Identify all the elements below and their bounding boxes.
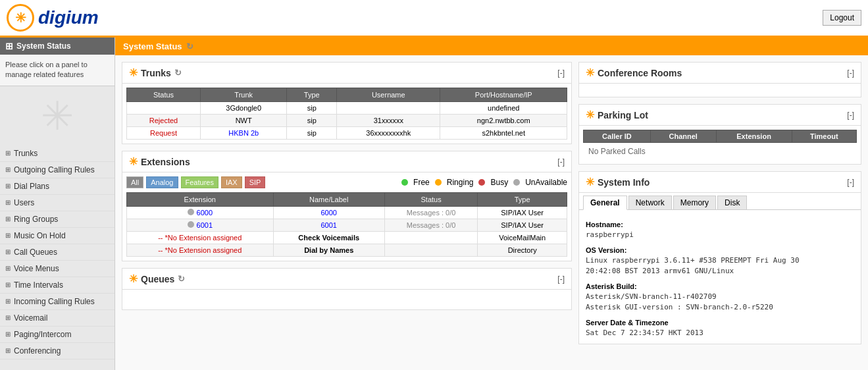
- filter-analog-btn[interactable]: Analog: [146, 176, 178, 188]
- trunks-collapse-btn[interactable]: [-]: [557, 68, 565, 78]
- sysinfo-general-content: Hostname: raspberrypi OS Version: Linux …: [579, 210, 861, 344]
- extensions-collapse-btn[interactable]: [-]: [557, 157, 565, 167]
- logo-text: digium: [38, 7, 99, 28]
- system-info-panel: ✳ System Info [-] General Network Memory…: [578, 171, 861, 344]
- sidebar-item-outgoing-calling-rules[interactable]: ⊞Outgoing Calling Rules: [0, 162, 115, 178]
- col-type: Type: [287, 88, 337, 102]
- filter-iax-btn[interactable]: IAX: [221, 176, 242, 188]
- sidebar-item-time-intervals[interactable]: ⊞Time Intervals: [0, 277, 115, 294]
- sysinfo-title-text: System Info: [598, 177, 650, 188]
- table-row: 3Gdongle0 sip undefined: [127, 102, 567, 115]
- nav-grid-icon: ⊞: [5, 199, 11, 206]
- trunks-asterisk-icon: ✳: [129, 66, 138, 79]
- trunks-panel-title[interactable]: ✳ Trunks ↻: [129, 66, 182, 79]
- queues-panel-title[interactable]: ✳ Queues ↻: [129, 273, 185, 285]
- queues-collapse-btn[interactable]: [-]: [557, 275, 565, 284]
- sidebar-item-music-on-hold[interactable]: ⊞Music On Hold: [0, 228, 115, 244]
- queues-refresh-icon[interactable]: ↻: [178, 274, 185, 284]
- sidebar-item-call-queues[interactable]: ⊞Call Queues: [0, 244, 115, 261]
- extensions-panel-body: All Analog Features IAX SIP Free Ringing: [122, 172, 571, 261]
- ext-col-extension: Extension: [127, 193, 274, 207]
- sidebar-item-users[interactable]: ⊞Users: [0, 195, 115, 211]
- ext-col-type: Type: [478, 193, 567, 207]
- trunks-panel-header: ✳ Trunks ↻ [-]: [122, 63, 571, 84]
- ringing-dot-icon: [435, 179, 442, 186]
- page-refresh-icon[interactable]: ↻: [186, 41, 193, 51]
- asterisk-value: Asterisk/SVN-branch-11-r402709 Asterisk …: [586, 292, 854, 313]
- page-title: System Status: [123, 41, 182, 51]
- conference-panel-body: [579, 84, 861, 97]
- ext-no-assign: -- *No Extension assigned: [158, 234, 242, 242]
- logout-button[interactable]: Logout: [823, 10, 861, 26]
- nav-grid-icon: ⊞: [5, 314, 11, 321]
- sidebar-item-conferencing[interactable]: ⊞Conferencing: [0, 343, 115, 359]
- tab-general[interactable]: General: [583, 196, 627, 210]
- trunks-refresh-icon[interactable]: ↻: [174, 68, 182, 78]
- sidebar-item-trunks[interactable]: ⊞Trunks: [0, 145, 115, 162]
- ext-name: 6000: [273, 207, 384, 219]
- system-info-title[interactable]: ✳ System Info: [586, 176, 650, 188]
- os-label: OS Version:: [586, 246, 854, 254]
- sidebar-item-ring-groups[interactable]: ⊞Ring Groups: [0, 211, 115, 228]
- hostname-label: Hostname:: [586, 221, 854, 228]
- trunks-table-header-row: Status Trunk Type Username Port/Hostname…: [127, 88, 567, 102]
- sysinfo-asterisk-icon: ✳: [586, 176, 594, 188]
- sidebar-item-incoming-calling-rules[interactable]: ⊞Incoming Calling Rules: [0, 294, 115, 310]
- parking-lot-title[interactable]: ✳ Parking Lot: [586, 109, 648, 121]
- parking-col-extension: Extension: [716, 130, 792, 143]
- conference-rooms-title[interactable]: ✳ Conference Rooms: [586, 66, 682, 79]
- nav-grid-icon: ⊞: [5, 330, 11, 338]
- trunk-port: s2hkbntel.net: [440, 127, 567, 140]
- extensions-panel: ✳ Extensions [-] All Analog Features IAX…: [122, 151, 572, 261]
- parking-lot-panel: ✳ Parking Lot [-] Caller ID Channel Exte: [578, 104, 861, 165]
- ext-type: VoiceMailMain: [478, 232, 567, 244]
- conference-collapse-btn[interactable]: [-]: [847, 68, 854, 78]
- parking-collapse-btn[interactable]: [-]: [847, 111, 854, 120]
- nav-item-label: Trunks: [14, 149, 38, 158]
- nav-item-label: Conferencing: [14, 346, 61, 356]
- ext-name: Check Voicemails: [273, 232, 384, 244]
- ext-link[interactable]: 6000: [197, 209, 213, 217]
- ext-name-link[interactable]: 6001: [320, 221, 336, 229]
- ext-name: Dial by Names: [273, 244, 384, 257]
- tab-memory[interactable]: Memory: [673, 196, 716, 209]
- ext-name-link[interactable]: 6000: [320, 209, 336, 217]
- col-username: Username: [337, 88, 440, 102]
- sidebar-item-dial-plans[interactable]: ⊞Dial Plans: [0, 178, 115, 195]
- right-column: ✳ Conference Rooms [-] ✳ Parking Lot: [578, 62, 861, 351]
- filter-all-btn[interactable]: All: [126, 176, 143, 188]
- page-header-bar: ✳ digium Logout: [0, 0, 868, 38]
- nav-item-label: Music On Hold: [14, 231, 66, 240]
- busy-dot-icon: [478, 179, 485, 186]
- parking-col-timeout: Timeout: [792, 130, 856, 143]
- filter-features-btn[interactable]: Features: [181, 176, 218, 188]
- conference-rooms-panel: ✳ Conference Rooms [-]: [578, 62, 861, 97]
- sidebar-item-voice-menus[interactable]: ⊞Voice Menus: [0, 261, 115, 277]
- sysinfo-tab-bar: General Network Memory Disk: [579, 193, 861, 210]
- logo-circle: ✳: [7, 4, 34, 32]
- conference-asterisk-icon: ✳: [586, 66, 594, 79]
- ext-status: Messages : 0/0: [384, 219, 477, 232]
- queues-panel-header: ✳ Queues ↻ [-]: [122, 269, 571, 290]
- sidebar-watermark: ✳: [0, 86, 115, 145]
- trunk-status: Request: [127, 127, 201, 140]
- table-row: -- *No Extension assigned Check Voicemai…: [127, 232, 567, 244]
- sysinfo-collapse-btn[interactable]: [-]: [847, 178, 854, 187]
- sidebar-item-voicemail[interactable]: ⊞Voicemail: [0, 310, 115, 327]
- busy-label: Busy: [490, 178, 508, 187]
- free-label: Free: [413, 178, 430, 187]
- filter-sip-btn[interactable]: SIP: [245, 176, 266, 188]
- extensions-panel-title[interactable]: ✳ Extensions: [129, 155, 190, 168]
- server-date-label: Server Date & Timezone: [586, 319, 854, 327]
- sidebar-item-paging-intercom[interactable]: ⊞Paging/Intercom: [0, 327, 115, 343]
- extensions-filter-bar: All Analog Features IAX SIP Free Ringing: [126, 176, 567, 188]
- nav-item-label: Paging/Intercom: [14, 330, 71, 339]
- table-row: -- *No Extension assigned Dial by Names …: [127, 244, 567, 257]
- extensions-title-text: Extensions: [141, 157, 190, 167]
- ext-status: [384, 232, 477, 244]
- tab-network[interactable]: Network: [628, 196, 672, 209]
- ext-link[interactable]: 6001: [197, 221, 213, 229]
- tab-disk[interactable]: Disk: [717, 196, 747, 209]
- nav-item-label: Voice Menus: [14, 264, 59, 273]
- ext-extension: 6001: [127, 219, 274, 232]
